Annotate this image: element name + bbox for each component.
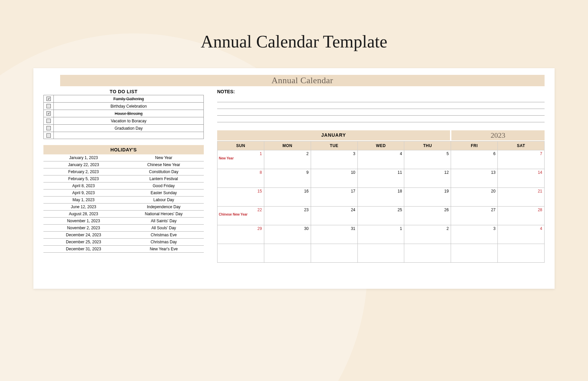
- day-header: THU: [404, 141, 451, 150]
- holiday-name: Chinese New Year: [124, 162, 204, 167]
- day-header: FRI: [451, 141, 498, 150]
- calendar-cell[interactable]: 13: [451, 169, 498, 188]
- calendar-cell[interactable]: 12: [404, 169, 451, 188]
- calendar-cell[interactable]: 25: [357, 207, 404, 225]
- event-label: New Year: [219, 156, 234, 160]
- calendar-cell[interactable]: 29: [217, 225, 264, 244]
- holiday-row: February 2, 2023Constitution Day: [43, 168, 204, 175]
- todo-row[interactable]: ✓House Blessing: [43, 110, 204, 117]
- calendar-cell[interactable]: [311, 244, 357, 263]
- holiday-row: November 1, 2023All Saints' Day: [43, 218, 204, 225]
- day-header: SAT: [498, 141, 545, 150]
- todo-list: ✓Family GatheringBirthday Celebration✓Ho…: [43, 95, 204, 139]
- calendar-cell[interactable]: 11: [357, 169, 404, 188]
- checkbox[interactable]: [44, 132, 54, 139]
- calendar-cell[interactable]: 27: [451, 207, 498, 225]
- todo-row[interactable]: Graduation Day: [43, 124, 204, 132]
- calendar-cell[interactable]: 30: [264, 225, 311, 244]
- calendar-cell[interactable]: [404, 244, 451, 263]
- holiday-name: New Year: [124, 155, 204, 160]
- calendar-cell[interactable]: 2: [404, 225, 451, 244]
- calendar-cell[interactable]: 17: [311, 188, 357, 207]
- calendar-cell[interactable]: 18: [357, 188, 404, 207]
- holiday-name: Independence Day: [124, 205, 204, 209]
- calendar-cell[interactable]: 28: [498, 207, 545, 225]
- note-line[interactable]: [217, 96, 545, 102]
- holiday-name: New Year's Eve: [124, 247, 204, 251]
- calendar-cell[interactable]: [264, 244, 311, 263]
- checkbox[interactable]: [44, 117, 54, 124]
- calendar-cell[interactable]: 16: [264, 188, 311, 207]
- holiday-date: February 5, 2023: [43, 176, 124, 181]
- holiday-row: January 22, 2023Chinese New Year: [43, 161, 204, 168]
- calendar-cell[interactable]: 5: [404, 150, 451, 169]
- checkbox[interactable]: [44, 103, 54, 110]
- todo-row[interactable]: Vacation to Boracay: [43, 117, 204, 124]
- calendar-cell[interactable]: 4: [498, 225, 545, 244]
- calendar-cell[interactable]: 24: [311, 207, 357, 225]
- todo-label: House Blessing: [54, 111, 203, 116]
- day-header: MON: [264, 141, 311, 150]
- holiday-row: May 1, 2023Labour Day: [43, 197, 204, 204]
- calendar-cell[interactable]: 2: [264, 150, 311, 169]
- calendar-cell[interactable]: 15: [217, 188, 264, 207]
- month-name: JANUARY: [217, 130, 450, 140]
- calendar-cell[interactable]: 10: [311, 169, 357, 188]
- holiday-date: June 12, 2023: [43, 205, 124, 209]
- sheet-banner: Annual Calendar: [60, 75, 545, 86]
- day-header: WED: [357, 141, 404, 150]
- calendar-cell[interactable]: 26: [404, 207, 451, 225]
- holiday-row: February 5, 2023Lantern Festival: [43, 175, 204, 182]
- note-line[interactable]: [217, 109, 545, 116]
- checkbox[interactable]: [44, 125, 54, 132]
- calendar-cell[interactable]: [451, 244, 498, 263]
- day-header: SUN: [217, 141, 264, 150]
- note-line[interactable]: [217, 116, 545, 122]
- holidays-title: HOLIDAY'S: [43, 145, 204, 154]
- spreadsheet-preview: Annual Calendar TO DO LIST ✓Family Gathe…: [33, 68, 555, 289]
- calendar-cell[interactable]: 1: [357, 225, 404, 244]
- todo-row[interactable]: ✓Family Gathering: [43, 95, 204, 102]
- note-line[interactable]: [217, 102, 545, 109]
- calendar-cell[interactable]: 1New Year: [217, 150, 264, 169]
- calendar-cell[interactable]: 21: [498, 188, 545, 207]
- calendar-cell[interactable]: 9: [264, 169, 311, 188]
- calendar-cell[interactable]: 20: [451, 188, 498, 207]
- holiday-name: Lantern Festival: [124, 176, 204, 181]
- holiday-name: Labour Day: [124, 198, 204, 202]
- calendar-cell[interactable]: [357, 244, 404, 263]
- holiday-date: May 1, 2023: [43, 198, 124, 202]
- calendar-cell[interactable]: 14: [498, 169, 545, 188]
- calendar-cell[interactable]: [217, 244, 264, 263]
- calendar-cell[interactable]: 19: [404, 188, 451, 207]
- calendar-cell[interactable]: 3: [451, 225, 498, 244]
- year-label: 2023: [451, 130, 545, 140]
- calendar-cell[interactable]: 7: [498, 150, 545, 169]
- day-header: TUE: [311, 141, 357, 150]
- checkbox[interactable]: ✓: [44, 110, 54, 117]
- checkbox[interactable]: ✓: [44, 95, 54, 102]
- event-label: Chinese New Year: [219, 213, 248, 216]
- calendar-cell[interactable]: 3: [311, 150, 357, 169]
- holiday-date: November 1, 2023: [43, 219, 124, 223]
- holiday-date: December 25, 2023: [43, 240, 124, 244]
- calendar-cell[interactable]: 22Chinese New Year: [217, 207, 264, 225]
- holiday-date: January 1, 2023: [43, 155, 124, 160]
- holiday-row: December 31, 2023New Year's Eve: [43, 246, 204, 253]
- calendar-cell[interactable]: 4: [357, 150, 404, 169]
- calendar-cell[interactable]: 6: [451, 150, 498, 169]
- holiday-row: April 9, 2023Easter Sunday: [43, 189, 204, 197]
- holiday-name: Christmas Day: [124, 240, 204, 244]
- holiday-name: Christmas Eve: [124, 233, 204, 237]
- todo-row[interactable]: [43, 132, 204, 139]
- calendar-cell[interactable]: [498, 244, 545, 263]
- todo-row[interactable]: Birthday Celebration: [43, 102, 204, 110]
- todo-label: Birthday Celebration: [54, 104, 203, 109]
- calendar-cell[interactable]: 31: [311, 225, 357, 244]
- holiday-date: December 31, 2023: [43, 247, 124, 251]
- calendar-cell[interactable]: 23: [264, 207, 311, 225]
- holiday-name: Good Friday: [124, 183, 204, 188]
- holiday-row: December 25, 2023Christmas Day: [43, 239, 204, 246]
- calendar-cell[interactable]: 8: [217, 169, 264, 188]
- holiday-date: August 28, 2023: [43, 212, 124, 216]
